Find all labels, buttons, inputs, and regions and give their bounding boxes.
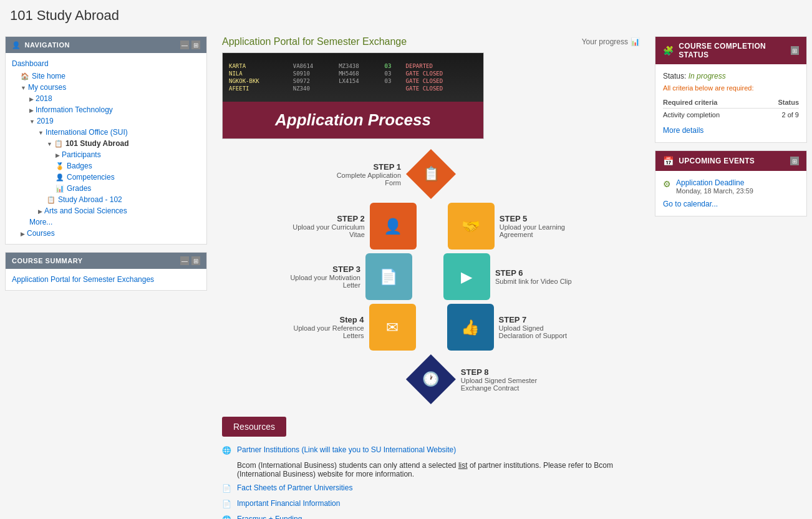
nav-item-arts[interactable]: ▶Arts and Social Sciences (12, 205, 200, 216)
active-course-label: 101 Study Abroad (65, 139, 129, 148)
nav-minimize-button[interactable]: — (180, 41, 189, 49)
table-header-row: Required criteria Status (663, 97, 799, 109)
grades-link[interactable]: Grades (67, 184, 91, 193)
grades-icon: 📊 (56, 185, 64, 192)
nav-item-sitehome[interactable]: 🏠Site home (12, 70, 200, 82)
completion-header: 🧩 COURSE COMPLETION STATUS ⊞ (655, 37, 806, 64)
nav-item-2018[interactable]: ▶2018 (12, 93, 200, 104)
erasmus-link[interactable]: Erasmus + Funding (237, 515, 302, 519)
participants-link[interactable]: Participants (62, 150, 101, 159)
step3-label: STEP 3 Upload your MotivationLetter (290, 264, 365, 289)
criteria-note: All criteria below are required: (663, 84, 799, 92)
resource-item-financial: 📄 Important Financial Information (222, 499, 640, 510)
step8-row: 🕐 STEP 8 Upload Signed SemesterExchange … (325, 354, 537, 404)
nav-item-participants[interactable]: ▶Participants (12, 149, 200, 160)
step1-label: STEP 1 Complete ApplicationForm (325, 162, 406, 187)
info-tech-link[interactable]: Information Technology (36, 105, 113, 114)
calendar-link[interactable]: Go to calendar... (663, 200, 799, 208)
step8-icon[interactable]: 🕐 (406, 354, 456, 404)
completion-widget: 🧩 COURSE COMPLETION STATUS ⊞ Status: In … (655, 36, 807, 143)
expand-arrow-icon: ▶ (29, 107, 34, 114)
nav-item-infotechnology[interactable]: ▶Information Technology (12, 104, 200, 115)
nav-item-101studyabroad[interactable]: ▼📋101 Study Abroad (12, 138, 200, 149)
step1-icon[interactable]: 📋 (406, 149, 456, 199)
cs-expand-button[interactable]: ⊞ (191, 256, 200, 265)
link-text: Link will take you to SU International W… (304, 445, 453, 454)
more-link[interactable]: More... (29, 218, 52, 226)
completion-header-label: COURSE COMPLETION STATUS (679, 42, 790, 59)
partner-description: Bcom (International Business) students c… (237, 461, 640, 478)
courses-link[interactable]: Courses (27, 229, 55, 238)
resources-button[interactable]: Resources (222, 417, 286, 437)
event-date: Monday, 18 March, 23:59 (676, 187, 753, 195)
table-row: AFEETI NZ340 GATE CLOSED (226, 85, 480, 92)
course-summary-link[interactable]: Application Portal for Semester Exchange… (12, 275, 154, 284)
financial-info-link[interactable]: Important Financial Information (237, 499, 340, 508)
nav-item-grades[interactable]: 📊Grades (12, 183, 200, 194)
step5-icon[interactable]: 🤝 (448, 203, 495, 250)
resource-item-partner: 🌐 Partner Institutions (Link will take y… (222, 445, 640, 456)
col-status: Status (762, 97, 799, 109)
event-icon: ⚙ (663, 179, 671, 189)
completion-menu-button[interactable]: ⊞ (791, 46, 799, 55)
nav-header-label: NAVIGATION (25, 41, 70, 49)
page-title: 101 Study Abroad (0, 0, 812, 31)
events-menu-button[interactable]: ⊞ (790, 157, 799, 165)
globe-icon: 🌐 (222, 515, 232, 519)
globe-icon: 🌐 (222, 446, 232, 456)
nav-item-mycourses[interactable]: ▼My courses (12, 82, 200, 93)
nav-item-dashboard[interactable]: Dashboard (12, 58, 200, 69)
nav-item-studyabroad102[interactable]: 📋Study Abroad - 102 (12, 194, 200, 205)
partner-institutions-link[interactable]: Partner Institutions (Link will take you… (237, 445, 456, 454)
people-icon: 👤 (12, 41, 21, 49)
completion-body: Status: In progress All criteria below a… (655, 64, 806, 142)
progress-icon: 📊 (631, 37, 640, 46)
nav-body: Dashboard 🏠Site home ▼My courses ▶2018 ▶… (6, 53, 206, 244)
intl-office-link[interactable]: International Office (SUI) (46, 128, 128, 137)
more-details-link[interactable]: More details (663, 126, 703, 135)
expand-arrow-icon: ▶ (38, 208, 42, 215)
year-2018-link[interactable]: 2018 (36, 94, 52, 103)
nav-expand-button[interactable]: ⊞ (191, 41, 200, 49)
nav-item-badges[interactable]: 🏅Badges (12, 160, 200, 172)
competencies-link[interactable]: Competencies (67, 173, 115, 182)
step3-6-row: STEP 3 Upload your MotivationLetter 📄 ▶ … (290, 253, 571, 300)
step4-icon[interactable]: ✉ (369, 304, 416, 351)
step5-block: 🤝 STEP 5 Upload your LearningAgreement (448, 203, 569, 250)
steps-diagram: STEP 1 Complete ApplicationForm 📋 STEP 2… (222, 149, 640, 404)
dashboard-link[interactable]: Dashboard (12, 59, 49, 68)
table-row: NGKOK-BKK S0972 LX4154 03 GATE CLOSED (226, 77, 480, 85)
document-icon: 📄 (222, 500, 232, 510)
nav-item-intoffice[interactable]: ▼International Office (SUI) (12, 127, 200, 138)
hero-image: KARTA VA8614 MZ3438 03 DEPARTED NILA S09… (222, 52, 484, 139)
fact-sheets-link[interactable]: Fact Sheets of Partner Universities (237, 483, 352, 492)
step2-icon[interactable]: 👤 (370, 203, 417, 250)
status-label: Status: (663, 72, 686, 80)
scoreboard-bg: KARTA VA8614 MZ3438 03 DEPARTED NILA S09… (223, 53, 483, 102)
nav-item-competencies[interactable]: 👤Competencies (12, 172, 200, 183)
nav-header: 👤 NAVIGATION — ⊞ (6, 37, 206, 53)
progress-section[interactable]: Your progress 📊 (582, 37, 640, 46)
arts-sciences-link[interactable]: Arts and Social Sciences (44, 206, 127, 215)
step2-5-row: STEP 2 Upload your CurriculumVitae 👤 🤝 S… (292, 203, 569, 250)
document-icon: 📄 (222, 484, 232, 494)
cs-minimize-button[interactable]: — (180, 256, 189, 265)
nav-item-2019[interactable]: ▼2019 (12, 115, 200, 127)
step7-icon[interactable]: 👍 (447, 304, 494, 351)
study-abroad-102-link[interactable]: Study Abroad - 102 (58, 195, 122, 204)
site-home-link[interactable]: Site home (32, 72, 65, 80)
badges-link[interactable]: Badges (67, 162, 92, 170)
event-title[interactable]: Application Deadline (676, 178, 753, 187)
step3-icon[interactable]: 📄 (365, 253, 412, 300)
status-line: Status: In progress (663, 72, 799, 80)
events-widget: 📅 UPCOMING EVENTS ⊞ ⚙ Application Deadli… (655, 150, 807, 216)
events-body: ⚙ Application Deadline Monday, 18 March,… (655, 171, 806, 216)
table-row: NILA S0910 MH5468 03 GATE CLOSED (226, 70, 480, 77)
my-courses-link[interactable]: My courses (28, 83, 66, 92)
nav-item-courses[interactable]: ▶Courses (12, 228, 200, 239)
step6-icon[interactable]: ▶ (443, 253, 490, 300)
course-summary-body: Application Portal for Semester Exchange… (6, 269, 206, 290)
year-2019-link[interactable]: 2019 (37, 117, 54, 125)
resources-section: Resources 🌐 Partner Institutions (Link w… (222, 417, 640, 519)
nav-item-more[interactable]: More... (12, 216, 200, 228)
